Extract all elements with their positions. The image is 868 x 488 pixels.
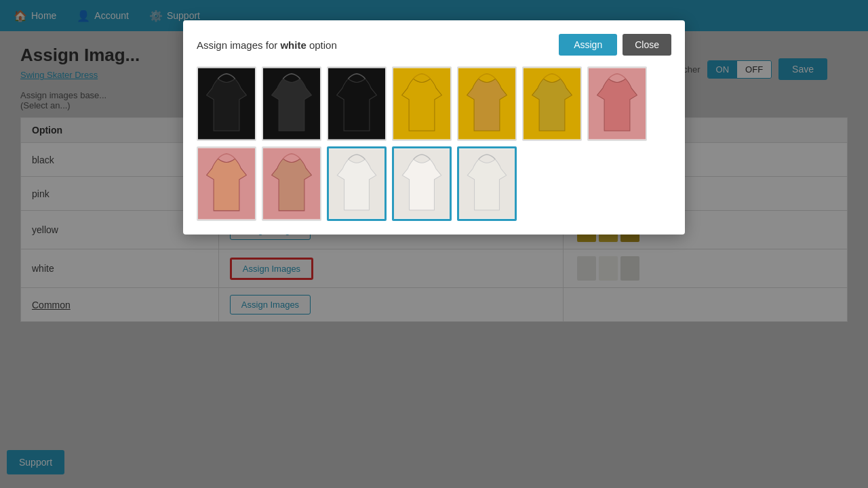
image-grid <box>197 66 671 221</box>
modal-header: Assign images for white option Assign Cl… <box>197 34 671 56</box>
modal-assign-button[interactable]: Assign <box>559 34 617 56</box>
image-thumb-11[interactable] <box>392 146 452 221</box>
image-thumb-4[interactable] <box>392 66 452 141</box>
image-thumb-10[interactable] <box>327 146 387 221</box>
modal-overlay[interactable]: Assign images for white option Assign Cl… <box>0 0 868 488</box>
modal-title: Assign images for white option <box>197 39 337 51</box>
modal-close-button[interactable]: Close <box>623 34 671 56</box>
image-thumb-12[interactable] <box>457 146 517 221</box>
modal-dialog: Assign images for white option Assign Cl… <box>183 20 685 235</box>
image-thumb-3[interactable] <box>327 66 387 141</box>
image-thumb-1[interactable] <box>197 66 256 141</box>
image-thumb-2[interactable] <box>262 66 321 141</box>
image-thumb-7[interactable] <box>587 66 647 141</box>
image-thumb-6[interactable] <box>522 66 582 141</box>
image-thumb-8[interactable] <box>197 146 256 221</box>
image-thumb-9[interactable] <box>262 146 321 221</box>
image-thumb-5[interactable] <box>457 66 517 141</box>
modal-actions: Assign Close <box>559 34 671 56</box>
